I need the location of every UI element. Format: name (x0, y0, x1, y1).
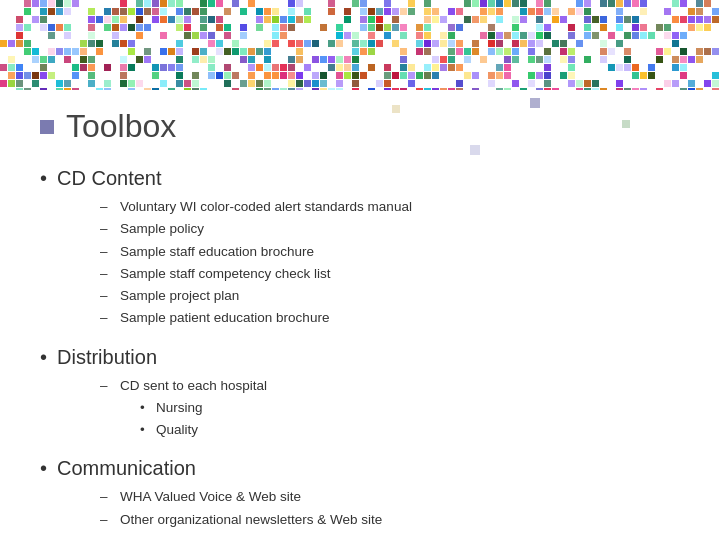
list-item: Sample project plan (100, 285, 680, 307)
list-item: WHA Valued Voice & Web site (100, 486, 680, 508)
nested-item: Quality (140, 419, 680, 441)
deco-square (622, 120, 630, 128)
dist-item-text: CD sent to each hospital (120, 378, 267, 393)
section-cd-content: • CD Content Voluntary WI color-coded al… (40, 167, 680, 330)
bullet-dot: • (40, 346, 47, 369)
page-title: Toolbox (40, 108, 680, 145)
list-item: Voluntary WI color-coded alert standards… (100, 196, 680, 218)
bullet-dot: • (40, 457, 47, 480)
section-label-cd: CD Content (57, 167, 162, 190)
section-header-cd: • CD Content (40, 167, 680, 190)
list-item: CD sent to each hospital Nursing Quality (100, 375, 680, 442)
section-header-comm: • Communication (40, 457, 680, 480)
title-text: Toolbox (66, 108, 176, 145)
title-icon (40, 120, 54, 134)
list-item: Sample policy (100, 218, 680, 240)
pixel-header (0, 0, 720, 90)
distribution-list: CD sent to each hospital Nursing Quality (100, 375, 680, 442)
bullet-dot: • (40, 167, 47, 190)
list-item: Sample staff education brochure (100, 241, 680, 263)
section-label-dist: Distribution (57, 346, 157, 369)
nested-item: Nursing (140, 397, 680, 419)
main-content: Toolbox • CD Content Voluntary WI color-… (0, 90, 720, 540)
section-distribution: • Distribution CD sent to each hospital … (40, 346, 680, 442)
list-item: Sample staff competency check list (100, 263, 680, 285)
deco-square (470, 145, 480, 155)
communication-list: WHA Valued Voice & Web site Other organi… (100, 486, 680, 531)
section-communication: • Communication WHA Valued Voice & Web s… (40, 457, 680, 531)
list-item: Other organizational newsletters & Web s… (100, 509, 680, 531)
list-item: Sample patient education brochure (100, 307, 680, 329)
section-label-comm: Communication (57, 457, 196, 480)
deco-square (530, 98, 540, 108)
nested-list: Nursing Quality (140, 397, 680, 442)
section-header-dist: • Distribution (40, 346, 680, 369)
cd-content-list: Voluntary WI color-coded alert standards… (100, 196, 680, 330)
deco-square (392, 105, 400, 113)
